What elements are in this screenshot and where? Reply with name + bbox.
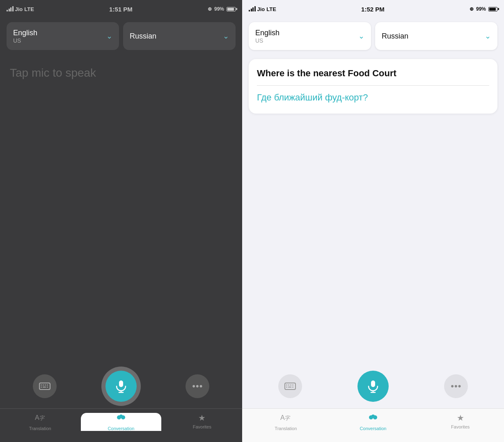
- conversation-tab-icon: [115, 413, 127, 424]
- right-time: 1:52 PM: [361, 6, 385, 13]
- right-action-row: •••: [242, 366, 504, 408]
- translation-tab-icon: A 字: [35, 413, 46, 424]
- right-lang-english-info: English US: [255, 29, 279, 44]
- left-favorites-label: Favorites: [193, 424, 211, 429]
- left-keyboard-btn[interactable]: [33, 374, 57, 398]
- left-lang-russian-btn[interactable]: Russian ⌄: [123, 22, 236, 50]
- left-action-row: •••: [0, 366, 242, 408]
- svg-text:字: 字: [39, 415, 45, 421]
- svg-rect-2: [43, 385, 44, 385]
- right-status-bar: Jio LTE 1:52 PM ⊕ 99%: [242, 0, 504, 18]
- right-battery-fill: [489, 8, 496, 11]
- right-lang-english-region: US: [255, 37, 279, 44]
- bubble-translated-text: Где ближайший фуд-корт?: [257, 91, 489, 104]
- bubble-original-text: Where is the nearest Food Court: [257, 67, 489, 86]
- left-spacer: [0, 92, 242, 366]
- left-battery-fill: [227, 8, 234, 11]
- keyboard-icon: [39, 383, 50, 390]
- right-lang-russian-btn[interactable]: Russian ⌄: [375, 22, 497, 50]
- left-battery-pct: 99%: [214, 6, 224, 12]
- left-english-chevron-icon: ⌄: [106, 32, 112, 41]
- translation-bubble: Where is the nearest Food Court Где ближ…: [249, 59, 497, 114]
- left-panel: Jio LTE 1:51 PM ⊕ 99% English US ⌄ Russi…: [0, 0, 242, 442]
- svg-rect-7: [47, 387, 48, 387]
- svg-rect-23: [292, 387, 293, 387]
- right-lang-russian-name: Russian: [382, 32, 408, 41]
- location-icon: ⊕: [208, 6, 212, 12]
- right-favorites-label: Favorites: [451, 424, 470, 429]
- right-signal-icon: [249, 7, 256, 11]
- right-conversation-tab-icon: [367, 413, 379, 424]
- right-battery-area: ⊕ 99%: [470, 6, 497, 12]
- tap-mic-hint: Tap mic to speak: [0, 54, 242, 92]
- right-russian-chevron-icon: ⌄: [485, 32, 491, 41]
- svg-rect-18: [288, 385, 289, 385]
- left-lang-russian-info: Russian: [130, 32, 156, 41]
- right-battery-icon: [488, 7, 497, 11]
- left-mic-icon: [114, 379, 128, 394]
- left-conversation-label: Conversation: [108, 426, 135, 431]
- left-tab-conversation[interactable]: Conversation: [81, 413, 161, 431]
- right-tab-bar: A 字 Translation Conversation ★ Favorites: [242, 408, 504, 442]
- left-battery-icon: [227, 7, 236, 11]
- right-panel: Jio LTE 1:52 PM ⊕ 99% English US ⌄ Russi…: [242, 0, 504, 442]
- right-carrier: Jio LTE: [249, 6, 276, 12]
- svg-rect-24: [371, 380, 375, 387]
- left-lang-russian-name: Russian: [130, 32, 156, 41]
- svg-rect-4: [47, 385, 48, 385]
- svg-rect-8: [119, 380, 123, 387]
- right-tab-conversation[interactable]: Conversation: [330, 413, 417, 431]
- left-lang-english-info: English US: [13, 29, 37, 44]
- right-mic-icon: [366, 379, 380, 394]
- left-translation-label: Translation: [29, 426, 51, 431]
- left-russian-chevron-icon: ⌄: [223, 32, 229, 41]
- svg-rect-19: [290, 385, 291, 385]
- left-lang-bar: English US ⌄ Russian ⌄: [0, 18, 242, 54]
- right-more-btn[interactable]: •••: [444, 374, 468, 398]
- left-carrier: Jio LTE: [7, 6, 34, 12]
- right-bubble-area: Where is the nearest Food Court Где ближ…: [242, 54, 504, 366]
- right-more-icon: •••: [451, 381, 461, 392]
- svg-rect-21: [286, 387, 287, 387]
- left-tab-favorites[interactable]: ★ Favorites: [162, 413, 242, 429]
- left-lang-english-name: English: [13, 29, 37, 37]
- right-location-icon: ⊕: [470, 6, 474, 12]
- right-network-type: LTE: [266, 6, 276, 12]
- left-tab-bar: A 字 Translation Conversation ★ Favorites: [0, 408, 242, 442]
- svg-rect-17: [286, 385, 287, 385]
- right-tab-translation[interactable]: A 字 Translation: [242, 413, 330, 431]
- right-keyboard-icon: [284, 383, 296, 390]
- svg-rect-6: [43, 387, 46, 387]
- right-battery-pct: 99%: [476, 6, 486, 12]
- right-lang-bar: English US ⌄ Russian ⌄: [242, 18, 504, 54]
- left-lang-english-btn[interactable]: English US ⌄: [7, 22, 119, 50]
- svg-rect-16: [285, 383, 296, 390]
- right-lang-english-btn[interactable]: English US ⌄: [249, 22, 371, 50]
- more-icon: •••: [192, 381, 203, 392]
- left-tab-translation[interactable]: A 字 Translation: [0, 413, 80, 431]
- right-favorites-tab-icon: ★: [457, 413, 464, 423]
- right-carrier-name: Jio: [257, 6, 265, 12]
- svg-rect-0: [39, 383, 50, 390]
- svg-point-31: [371, 415, 375, 418]
- svg-point-15: [119, 415, 123, 418]
- right-lang-russian-info: Russian: [382, 32, 408, 41]
- right-mic-btn[interactable]: [357, 371, 389, 402]
- svg-rect-3: [45, 385, 46, 385]
- svg-rect-20: [292, 385, 293, 385]
- right-lang-english-name: English: [255, 29, 279, 37]
- left-lang-english-region: US: [13, 37, 37, 44]
- left-time: 1:51 PM: [109, 6, 133, 13]
- right-conversation-label: Conversation: [360, 426, 387, 431]
- svg-rect-22: [288, 387, 291, 387]
- right-translation-tab-icon: A 字: [280, 413, 291, 424]
- left-network-type: LTE: [24, 6, 34, 12]
- right-keyboard-btn[interactable]: [278, 374, 302, 398]
- right-tab-favorites[interactable]: ★ Favorites: [417, 413, 504, 429]
- svg-rect-1: [41, 385, 42, 385]
- left-more-btn[interactable]: •••: [186, 374, 209, 398]
- right-translation-label: Translation: [275, 426, 297, 431]
- left-mic-btn[interactable]: [105, 371, 137, 402]
- left-battery-area: ⊕ 99%: [208, 6, 236, 12]
- right-english-chevron-icon: ⌄: [358, 32, 364, 41]
